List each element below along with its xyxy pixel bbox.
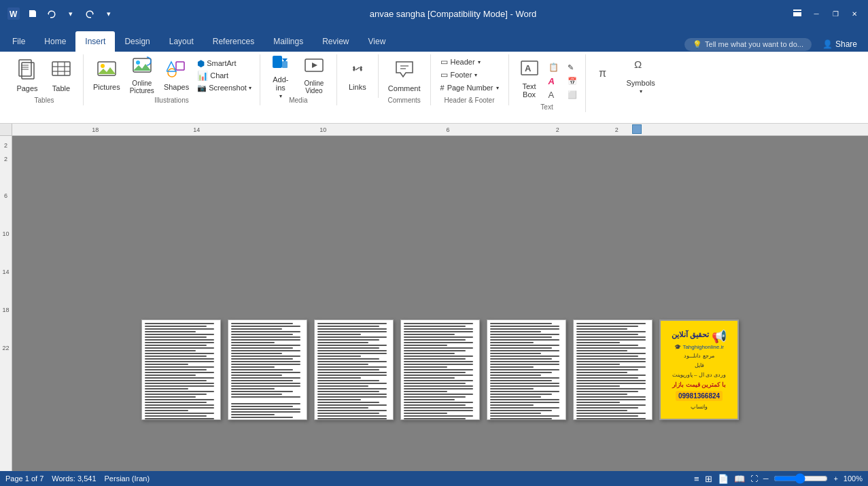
- chart-button[interactable]: 📊 Chart: [194, 69, 254, 82]
- svg-point-17: [136, 60, 140, 65]
- redo-button[interactable]: [82, 5, 98, 22]
- online-pictures-button[interactable]: OnlinePictures: [126, 56, 158, 94]
- svg-text:A: A: [525, 63, 532, 73]
- page-thumb-7-ad[interactable]: 📢 تحقیق آنلاین Tahghighonline.ir 🎓 مرجع …: [659, 319, 739, 420]
- text-group-label: Text: [515, 103, 580, 112]
- tab-design[interactable]: Design: [115, 31, 159, 52]
- zoom-out[interactable]: ─: [763, 474, 769, 483]
- page-thumb-5[interactable]: [487, 319, 566, 420]
- textbox-label: TextBox: [522, 82, 536, 99]
- document-area[interactable]: 📢 تحقیق آنلاین Tahghighonline.ir 🎓 مرجع …: [12, 136, 868, 486]
- ad-text-3: وردی دی ال – پاورپوینت: [672, 371, 726, 379]
- ad-site: Tahghighonline.ir 🎓: [674, 344, 724, 350]
- header-button[interactable]: ▭ Header ▾: [436, 56, 503, 68]
- symbols-dropdown-arrow: ▾: [640, 88, 642, 94]
- page-thumb-2[interactable]: [228, 319, 307, 420]
- table-button[interactable]: Table: [45, 56, 77, 94]
- date-time-button[interactable]: 📅: [565, 75, 580, 87]
- ribbon-display-options[interactable]: [789, 5, 805, 22]
- vruler-2b: 2: [4, 152, 7, 166]
- dropcap-button[interactable]: A: [546, 88, 563, 101]
- quick-parts-button[interactable]: 📋: [546, 61, 563, 73]
- tab-file[interactable]: File: [3, 31, 35, 52]
- undo-button[interactable]: [44, 5, 60, 22]
- tab-references[interactable]: References: [203, 31, 264, 52]
- object-button[interactable]: ⬜: [565, 88, 580, 101]
- language: Persian (Iran): [105, 474, 150, 483]
- ruler-num-2: 2: [556, 126, 559, 133]
- online-video-label: OnlineVideo: [304, 80, 324, 94]
- view-normal[interactable]: ≡: [694, 474, 699, 484]
- online-pictures-label: OnlinePictures: [130, 80, 154, 94]
- symbols-button[interactable]: Ω Symbols ▾: [623, 56, 659, 94]
- page-thumb-4[interactable]: [400, 319, 480, 420]
- ad-phone: 09981366824: [676, 391, 723, 401]
- comment-button[interactable]: Comment: [384, 56, 425, 94]
- equation-icon: π: [597, 63, 616, 86]
- window-controls: ─ ❐ ✕: [789, 5, 863, 22]
- smartart-button[interactable]: ⬢ SmartArt: [194, 57, 254, 69]
- wordart-button[interactable]: A: [546, 75, 563, 87]
- undo-dropdown[interactable]: ▾: [63, 5, 79, 22]
- tab-home[interactable]: Home: [35, 31, 75, 52]
- svg-rect-19: [176, 62, 184, 70]
- svg-rect-9: [52, 62, 70, 75]
- customize-qat[interactable]: ▾: [101, 5, 117, 22]
- title-text: anvae sangha [Compatibility Mode] - Word: [370, 9, 536, 19]
- comment-icon: [394, 58, 415, 83]
- ruler-num-18: 18: [92, 126, 99, 133]
- ribbon-group-symbols: π Ω Symbols ▾: [586, 54, 665, 98]
- online-video-button[interactable]: OnlineVideo: [297, 56, 331, 94]
- page-thumb-6[interactable]: [573, 319, 653, 420]
- page-number-button[interactable]: # Page Number ▾: [436, 82, 503, 94]
- links-button[interactable]: Links: [343, 56, 372, 94]
- shapes-button[interactable]: Shapes: [160, 56, 193, 94]
- footer-icon: ▭: [440, 70, 448, 80]
- equation-button[interactable]: π: [591, 56, 621, 94]
- dropcap-icon: A: [549, 90, 555, 100]
- save-button[interactable]: [24, 5, 41, 22]
- page-number-label: Page Number: [447, 84, 493, 92]
- symbols-group-label: [591, 97, 659, 98]
- tab-mailings[interactable]: Mailings: [264, 31, 313, 52]
- view-fullscreen[interactable]: ⛶: [750, 474, 758, 483]
- tell-me-box[interactable]: 💡 Tell me what you want to do...: [684, 38, 812, 51]
- textbox-button[interactable]: A TextBox: [515, 56, 544, 101]
- footer-label: Footer: [451, 71, 472, 79]
- symbols-label: Symbols: [627, 79, 655, 87]
- main-area: 2 2 6 10 14 18 22: [0, 136, 868, 486]
- view-web[interactable]: ⊞: [705, 474, 712, 484]
- share-button[interactable]: 👤 Share: [817, 37, 863, 52]
- pictures-button[interactable]: Pictures: [89, 56, 124, 94]
- vertical-ruler: 2 2 6 10 14 18 22: [0, 136, 12, 486]
- close-button[interactable]: ✕: [846, 5, 863, 22]
- signature-line-button[interactable]: ✎: [565, 61, 580, 73]
- tab-layout[interactable]: Layout: [160, 31, 203, 52]
- ruler-num-2b: 2: [615, 126, 619, 133]
- svg-point-15: [101, 64, 105, 68]
- pages-button[interactable]: Pages: [11, 56, 44, 94]
- view-print[interactable]: 📄: [718, 474, 729, 484]
- chart-label: Chart: [210, 71, 228, 80]
- links-icon: [347, 59, 368, 82]
- minimize-button[interactable]: ─: [808, 5, 824, 22]
- zoom-slider[interactable]: [774, 473, 828, 484]
- screenshot-dropdown-arrow: ▾: [249, 85, 251, 91]
- tab-insert[interactable]: Insert: [75, 31, 115, 52]
- page-thumb-1[interactable]: [141, 319, 221, 420]
- window-title: anvae sangha [Compatibility Mode] - Word: [117, 9, 789, 19]
- tab-view[interactable]: View: [359, 31, 396, 52]
- ad-whatsapp: واتساپ: [691, 403, 708, 411]
- screenshot-button[interactable]: 📷 Screenshot ▾: [194, 82, 254, 94]
- addins-button[interactable]: Add-ins ▾: [266, 56, 296, 94]
- zoom-in[interactable]: +: [833, 474, 837, 483]
- tab-review[interactable]: Review: [313, 31, 358, 52]
- textbox-icon: A: [520, 58, 539, 81]
- view-reading[interactable]: 📖: [734, 474, 745, 484]
- ribbon-group-illustrations: Pictures OnlinePictures Shapes ⬢ SmartAr…: [84, 54, 260, 105]
- restore-button[interactable]: ❐: [827, 5, 844, 22]
- ribbon-group-links: Links: [337, 54, 379, 98]
- page-thumb-3[interactable]: [314, 319, 394, 420]
- footer-button[interactable]: ▭ Footer ▾: [436, 69, 503, 81]
- page-indicator: Page 1 of 7: [5, 474, 44, 483]
